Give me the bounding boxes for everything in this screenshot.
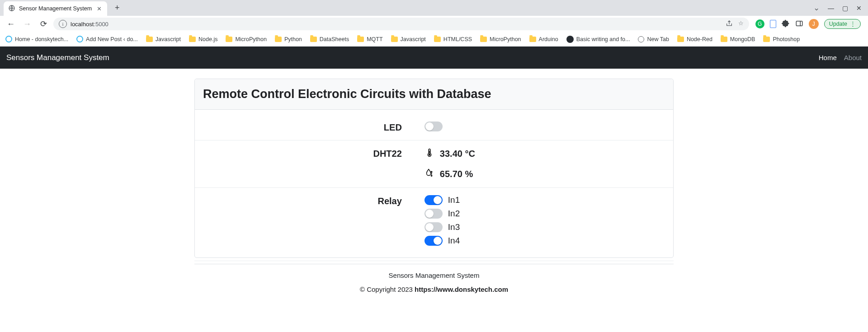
bookmark-label: Node.js [198, 36, 217, 42]
tab-active[interactable]: Sensor Management System ✕ [4, 1, 107, 16]
page-title: Remote Control Electronic Circuits with … [203, 87, 665, 101]
folder-icon [226, 37, 232, 42]
browser-chrome: Sensor Management System ✕ + ⌄ — ▢ ✕ ← →… [0, 0, 868, 47]
dht22-label: DHT22 [195, 148, 425, 159]
led-toggle[interactable] [425, 122, 443, 131]
toolbar: ← → ⟳ i localhost:5000 ☆ G J [0, 16, 868, 32]
main-card: Remote Control Electronic Circuits with … [194, 79, 674, 258]
svg-rect-1 [796, 21, 802, 26]
close-window-button[interactable]: ✕ [856, 5, 862, 12]
close-tab-button[interactable]: ✕ [95, 5, 103, 12]
new-tab-button[interactable]: + [111, 2, 123, 14]
relay-toggle[interactable] [425, 195, 443, 205]
folder-icon [310, 37, 317, 42]
bookmark-label: Photoshop [773, 36, 800, 42]
bookmark-label: DataSheets [320, 36, 349, 42]
bookmark-item[interactable]: MQTT [357, 36, 382, 42]
minimize-button[interactable]: — [828, 5, 834, 12]
bookmark-label: Node-Red [687, 36, 712, 42]
led-label: LED [195, 122, 425, 133]
row-dht22: DHT22 33.40 °C 65.70 % [195, 140, 673, 188]
bookmark-label: Home - donskytech... [15, 36, 68, 42]
footer: Sensors Management System © Copyright 20… [194, 264, 674, 307]
folder-icon [721, 37, 727, 42]
extension-phone-icon[interactable] [770, 20, 776, 28]
relay-channel-label: In1 [448, 195, 460, 205]
relay-channel-label: In3 [448, 222, 460, 232]
bookmark-star-icon[interactable]: ☆ [738, 20, 744, 28]
navbar-brand[interactable]: Sensors Management System [6, 53, 109, 62]
copyright-link[interactable]: https://www.donskytech.com [415, 285, 508, 293]
extensions-icon[interactable] [782, 19, 790, 29]
side-panel-icon[interactable] [795, 19, 803, 29]
maximize-button[interactable]: ▢ [842, 5, 848, 12]
copyright-prefix: © Copyright 2023 [360, 285, 415, 293]
bookmark-item[interactable]: New Tab [638, 36, 669, 42]
site-icon [5, 36, 12, 42]
bookmark-item[interactable]: Node.js [189, 36, 217, 42]
bookmark-item[interactable]: HTML/CSS [434, 36, 472, 42]
relay-toggle[interactable] [425, 236, 443, 246]
bookmark-label: New Tab [647, 36, 669, 42]
folder-icon [391, 37, 398, 42]
update-button[interactable]: Update ⋮ [824, 19, 861, 29]
bookmark-item[interactable]: Home - donskytech... [5, 36, 68, 42]
github-icon [566, 36, 574, 43]
card-header: Remote Control Electronic Circuits with … [195, 79, 673, 110]
nav-home[interactable]: Home [819, 54, 837, 61]
share-icon[interactable] [726, 20, 733, 28]
relay-channel-label: In2 [448, 209, 460, 219]
bookmark-label: Javascript [156, 36, 181, 42]
bookmark-label: MicroPython [490, 36, 521, 42]
folder-icon [529, 37, 536, 42]
bookmark-label: Add New Post ‹ do... [86, 36, 138, 42]
kebab-icon: ⋮ [850, 23, 856, 25]
bookmark-label: HTML/CSS [443, 36, 472, 42]
window-controls: ⌄ — ▢ ✕ [813, 3, 868, 13]
site-info-icon[interactable]: i [59, 20, 67, 28]
bookmark-item[interactable]: Basic writing and fo... [566, 36, 630, 43]
globe-icon [638, 36, 644, 42]
forward-button[interactable]: → [21, 18, 33, 30]
humidity-reading: 65.70 % [425, 168, 673, 180]
bookmark-item[interactable]: Node-Red [677, 36, 712, 42]
bookmark-label: Javascript [401, 36, 426, 42]
bookmark-label: MongoDB [730, 36, 755, 42]
bookmark-item[interactable]: Photoshop [763, 36, 800, 42]
folder-icon [434, 37, 441, 42]
droplet-icon [425, 168, 434, 180]
nav-about[interactable]: About [844, 54, 862, 61]
thermometer-icon [425, 148, 434, 160]
reload-button[interactable]: ⟳ [37, 18, 50, 30]
bookmark-label: Python [284, 36, 302, 42]
bookmark-item[interactable]: Arduino [529, 36, 558, 42]
footer-copyright: © Copyright 2023 https://www.donskytech.… [194, 279, 674, 293]
bookmark-label: Arduino [539, 36, 558, 42]
bookmark-item[interactable]: Javascript [146, 36, 181, 42]
chevron-down-icon[interactable]: ⌄ [813, 3, 820, 13]
back-button[interactable]: ← [5, 18, 17, 30]
temperature-value: 33.40 °C [440, 149, 475, 159]
bookmark-item[interactable]: Add New Post ‹ do... [76, 36, 138, 42]
bookmark-item[interactable]: DataSheets [310, 36, 349, 42]
relay-channel: In2 [425, 209, 673, 219]
bookmark-item[interactable]: Javascript [391, 36, 426, 42]
tab-strip: Sensor Management System ✕ + ⌄ — ▢ ✕ [0, 0, 868, 16]
row-led: LED [195, 114, 673, 140]
bookmark-item[interactable]: Python [275, 36, 302, 42]
bookmark-item[interactable]: MongoDB [721, 36, 755, 42]
bookmark-item[interactable]: MicroPython [226, 36, 266, 42]
url-port: :5000 [94, 21, 108, 28]
svg-point-4 [429, 154, 430, 155]
relay-toggle[interactable] [425, 209, 443, 219]
toolbar-right: G J Update ⋮ [753, 19, 863, 29]
bookmark-item[interactable]: MicroPython [480, 36, 521, 42]
folder-icon [677, 37, 684, 42]
extension-grammarly-icon[interactable]: G [755, 19, 764, 28]
folder-icon [357, 37, 364, 42]
folder-icon [275, 37, 282, 42]
address-bar[interactable]: i localhost:5000 ☆ [53, 18, 749, 30]
relay-channel: In3 [425, 222, 673, 232]
profile-avatar[interactable]: J [809, 19, 819, 29]
relay-toggle[interactable] [425, 222, 443, 232]
